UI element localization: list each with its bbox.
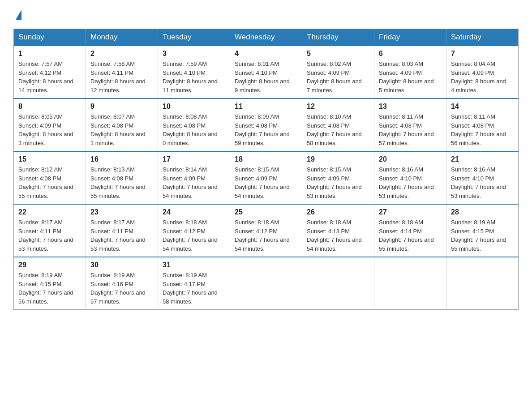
day-cell: 19Sunrise: 8:15 AMSunset: 4:09 PMDayligh… xyxy=(302,151,374,204)
logo xyxy=(13,9,21,20)
day-cell: 15Sunrise: 8:12 AMSunset: 4:08 PMDayligh… xyxy=(14,151,86,204)
day-number: 26 xyxy=(307,208,369,216)
day-number: 2 xyxy=(90,50,153,58)
day-number: 12 xyxy=(307,103,369,111)
day-info: Sunrise: 8:15 AMSunset: 4:09 PMDaylight:… xyxy=(307,165,369,200)
day-cell: 5Sunrise: 8:02 AMSunset: 4:09 PMDaylight… xyxy=(302,46,374,98)
day-info: Sunrise: 8:17 AMSunset: 4:11 PMDaylight:… xyxy=(18,218,81,253)
day-cell: 3Sunrise: 7:59 AMSunset: 4:10 PMDaylight… xyxy=(158,46,230,98)
day-info: Sunrise: 8:08 AMSunset: 4:08 PMDaylight:… xyxy=(163,112,225,147)
day-info: Sunrise: 8:15 AMSunset: 4:09 PMDaylight:… xyxy=(235,165,297,200)
day-cell: 8Sunrise: 8:05 AMSunset: 4:09 PMDaylight… xyxy=(14,98,86,151)
day-info: Sunrise: 8:13 AMSunset: 4:08 PMDaylight:… xyxy=(90,165,153,200)
day-info: Sunrise: 8:10 AMSunset: 4:08 PMDaylight:… xyxy=(307,112,369,147)
day-cell: 24Sunrise: 8:18 AMSunset: 4:12 PMDayligh… xyxy=(158,204,230,257)
day-cell: 14Sunrise: 8:11 AMSunset: 4:08 PMDayligh… xyxy=(446,98,519,151)
day-number: 24 xyxy=(163,208,225,216)
day-info: Sunrise: 8:18 AMSunset: 4:12 PMDaylight:… xyxy=(163,218,225,253)
header-saturday: Saturday xyxy=(446,29,519,46)
day-number: 15 xyxy=(18,155,81,163)
day-cell xyxy=(374,257,446,310)
day-cell: 9Sunrise: 8:07 AMSunset: 4:08 PMDaylight… xyxy=(86,98,158,151)
day-number: 10 xyxy=(163,103,225,111)
week-row-3: 15Sunrise: 8:12 AMSunset: 4:08 PMDayligh… xyxy=(14,151,519,204)
day-number: 6 xyxy=(379,50,442,58)
day-number: 7 xyxy=(451,50,514,58)
day-number: 11 xyxy=(235,103,297,111)
day-cell: 1Sunrise: 7:57 AMSunset: 4:12 PMDaylight… xyxy=(14,46,86,98)
day-cell: 18Sunrise: 8:15 AMSunset: 4:09 PMDayligh… xyxy=(230,151,302,204)
week-row-2: 8Sunrise: 8:05 AMSunset: 4:09 PMDaylight… xyxy=(14,98,519,151)
calendar-table: SundayMondayTuesdayWednesdayThursdayFrid… xyxy=(13,29,519,310)
day-number: 8 xyxy=(18,103,81,111)
logo-triangle-icon xyxy=(16,10,21,20)
day-cell: 28Sunrise: 8:19 AMSunset: 4:15 PMDayligh… xyxy=(446,204,519,257)
calendar-body: 1Sunrise: 7:57 AMSunset: 4:12 PMDaylight… xyxy=(14,46,519,310)
header-row: SundayMondayTuesdayWednesdayThursdayFrid… xyxy=(14,29,519,46)
day-cell xyxy=(446,257,519,310)
day-info: Sunrise: 8:19 AMSunset: 4:15 PMDaylight:… xyxy=(451,218,514,253)
day-info: Sunrise: 8:18 AMSunset: 4:13 PMDaylight:… xyxy=(307,218,369,253)
day-cell: 12Sunrise: 8:10 AMSunset: 4:08 PMDayligh… xyxy=(302,98,374,151)
day-cell: 29Sunrise: 8:19 AMSunset: 4:15 PMDayligh… xyxy=(14,257,86,310)
calendar-header: SundayMondayTuesdayWednesdayThursdayFrid… xyxy=(14,29,519,46)
day-info: Sunrise: 8:19 AMSunset: 4:15 PMDaylight:… xyxy=(18,271,81,306)
day-cell: 16Sunrise: 8:13 AMSunset: 4:08 PMDayligh… xyxy=(86,151,158,204)
day-info: Sunrise: 7:59 AMSunset: 4:10 PMDaylight:… xyxy=(163,60,225,94)
day-number: 27 xyxy=(379,208,442,216)
day-cell: 30Sunrise: 8:19 AMSunset: 4:16 PMDayligh… xyxy=(86,257,158,310)
day-number: 13 xyxy=(379,103,442,111)
header-monday: Monday xyxy=(86,29,158,46)
day-cell: 17Sunrise: 8:14 AMSunset: 4:09 PMDayligh… xyxy=(158,151,230,204)
day-cell: 31Sunrise: 8:19 AMSunset: 4:17 PMDayligh… xyxy=(158,257,230,310)
day-number: 9 xyxy=(90,103,153,111)
day-info: Sunrise: 8:04 AMSunset: 4:09 PMDaylight:… xyxy=(451,60,514,94)
day-number: 28 xyxy=(451,208,514,216)
day-cell: 21Sunrise: 8:16 AMSunset: 4:10 PMDayligh… xyxy=(446,151,519,204)
day-info: Sunrise: 8:11 AMSunset: 4:08 PMDaylight:… xyxy=(451,112,514,147)
day-number: 14 xyxy=(451,103,514,111)
day-cell xyxy=(230,257,302,310)
day-number: 25 xyxy=(235,208,297,216)
week-row-4: 22Sunrise: 8:17 AMSunset: 4:11 PMDayligh… xyxy=(14,204,519,257)
header-wednesday: Wednesday xyxy=(230,29,302,46)
day-info: Sunrise: 8:17 AMSunset: 4:11 PMDaylight:… xyxy=(90,218,153,253)
day-info: Sunrise: 8:19 AMSunset: 4:17 PMDaylight:… xyxy=(163,271,225,306)
day-number: 5 xyxy=(307,50,369,58)
week-row-1: 1Sunrise: 7:57 AMSunset: 4:12 PMDaylight… xyxy=(14,46,519,98)
day-cell: 25Sunrise: 8:18 AMSunset: 4:12 PMDayligh… xyxy=(230,204,302,257)
day-info: Sunrise: 8:07 AMSunset: 4:08 PMDaylight:… xyxy=(90,112,153,147)
day-number: 1 xyxy=(18,50,81,58)
day-cell: 4Sunrise: 8:01 AMSunset: 4:10 PMDaylight… xyxy=(230,46,302,98)
header-thursday: Thursday xyxy=(302,29,374,46)
day-info: Sunrise: 8:16 AMSunset: 4:10 PMDaylight:… xyxy=(379,165,442,200)
day-cell: 10Sunrise: 8:08 AMSunset: 4:08 PMDayligh… xyxy=(158,98,230,151)
day-info: Sunrise: 8:11 AMSunset: 4:08 PMDaylight:… xyxy=(379,112,442,147)
day-number: 29 xyxy=(18,261,81,269)
day-cell xyxy=(302,257,374,310)
day-number: 20 xyxy=(379,155,442,163)
header-tuesday: Tuesday xyxy=(158,29,230,46)
day-number: 16 xyxy=(90,155,153,163)
day-cell: 27Sunrise: 8:18 AMSunset: 4:14 PMDayligh… xyxy=(374,204,446,257)
day-info: Sunrise: 8:02 AMSunset: 4:09 PMDaylight:… xyxy=(307,60,369,94)
header-sunday: Sunday xyxy=(14,29,86,46)
day-info: Sunrise: 8:12 AMSunset: 4:08 PMDaylight:… xyxy=(18,165,81,200)
day-number: 19 xyxy=(307,155,369,163)
day-cell: 13Sunrise: 8:11 AMSunset: 4:08 PMDayligh… xyxy=(374,98,446,151)
day-number: 30 xyxy=(90,261,153,269)
day-info: Sunrise: 8:01 AMSunset: 4:10 PMDaylight:… xyxy=(235,60,297,94)
day-info: Sunrise: 8:14 AMSunset: 4:09 PMDaylight:… xyxy=(163,165,225,200)
day-number: 3 xyxy=(163,50,225,58)
day-cell: 6Sunrise: 8:03 AMSunset: 4:09 PMDaylight… xyxy=(374,46,446,98)
day-info: Sunrise: 7:58 AMSunset: 4:11 PMDaylight:… xyxy=(90,60,153,94)
day-info: Sunrise: 8:16 AMSunset: 4:10 PMDaylight:… xyxy=(451,165,514,200)
day-info: Sunrise: 8:18 AMSunset: 4:12 PMDaylight:… xyxy=(235,218,297,253)
day-cell: 22Sunrise: 8:17 AMSunset: 4:11 PMDayligh… xyxy=(14,204,86,257)
header-friday: Friday xyxy=(374,29,446,46)
day-info: Sunrise: 8:18 AMSunset: 4:14 PMDaylight:… xyxy=(379,218,442,253)
day-info: Sunrise: 8:09 AMSunset: 4:08 PMDaylight:… xyxy=(235,112,297,147)
week-row-5: 29Sunrise: 8:19 AMSunset: 4:15 PMDayligh… xyxy=(14,257,519,310)
page-header xyxy=(13,9,519,20)
day-number: 17 xyxy=(163,155,225,163)
